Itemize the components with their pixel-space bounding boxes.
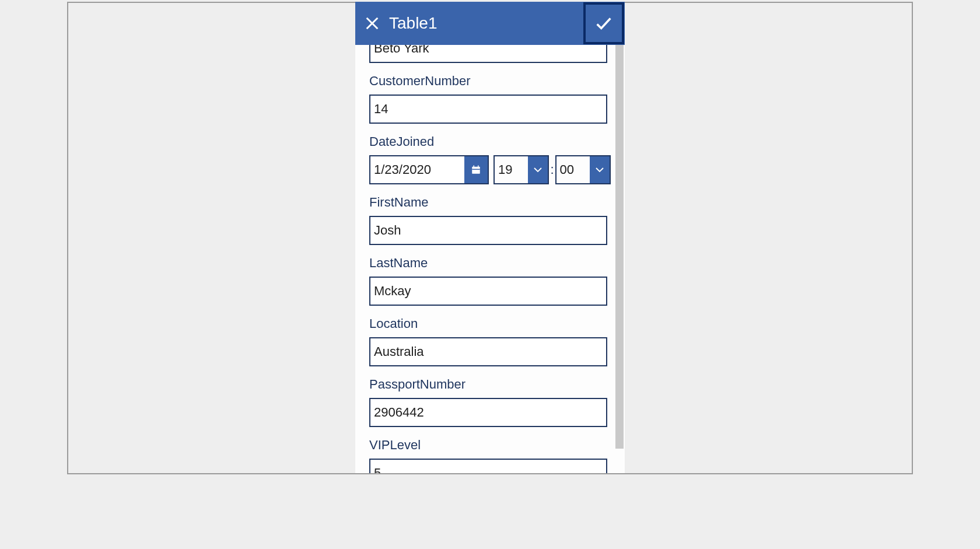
field-vip-level: VIPLevel [355,438,625,474]
hour-dropdown-button[interactable] [528,156,548,183]
svg-rect-3 [472,169,480,170]
svg-rect-5 [478,166,479,168]
location-input[interactable] [369,337,607,366]
chevron-down-icon [533,166,543,174]
check-icon [594,13,614,33]
passport-input[interactable] [369,398,607,427]
customer-number-input[interactable] [369,95,607,124]
submit-button[interactable] [583,2,624,44]
location-label: Location [369,316,611,331]
svg-rect-2 [472,167,480,174]
vip-input[interactable] [369,459,607,474]
svg-rect-4 [473,166,474,168]
close-icon [364,15,380,32]
passport-label: PassportNumber [369,377,611,392]
last-name-input[interactable] [369,277,607,306]
hour-value: 19 [495,156,528,183]
minute-value: 00 [556,156,590,183]
hour-selector[interactable]: 19 [494,155,550,184]
chevron-down-icon [594,166,605,174]
cancel-button[interactable] [355,2,389,45]
field-passport-number: PassportNumber [355,377,625,427]
customer-number-label: CustomerNumber [369,74,611,89]
minute-selector[interactable]: 00 [555,155,611,184]
screenshot-frame: Table1 CustomerNumber DateJoined [67,2,913,474]
field-date-joined: DateJoined [355,134,625,184]
field-location: Location [355,316,625,366]
time-colon: : [550,162,554,177]
app-screen: Table1 CustomerNumber DateJoined [355,2,625,474]
date-input[interactable] [370,156,464,183]
last-name-label: LastName [369,256,611,271]
header-bar: Table1 [355,2,625,45]
prev-field-input[interactable] [369,45,607,63]
field-last-name: LastName [355,256,625,306]
field-prev [355,45,625,63]
field-customer-number: CustomerNumber [355,74,625,124]
first-name-label: FirstName [369,195,611,210]
date-picker-button[interactable] [464,156,488,183]
date-joined-label: DateJoined [369,134,611,149]
form-scroll-area[interactable]: CustomerNumber DateJoined [355,45,625,474]
date-picker [369,155,489,184]
vip-label: VIPLevel [369,438,611,453]
field-first-name: FirstName [355,195,625,245]
minute-dropdown-button[interactable] [590,156,610,183]
calendar-icon [471,165,481,175]
first-name-input[interactable] [369,216,607,245]
header-title: Table1 [389,14,438,33]
